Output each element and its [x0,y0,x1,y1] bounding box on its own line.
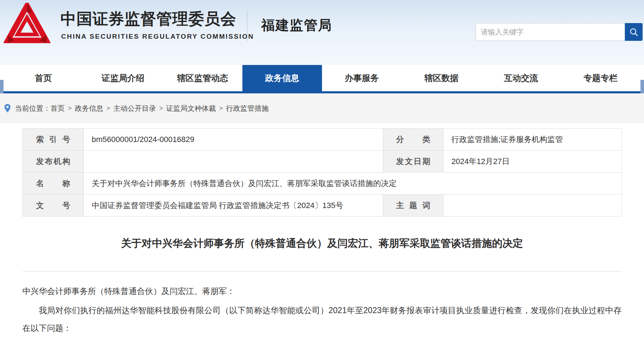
doc-number-value: 中国证券监督管理委员会福建监管局 行政监管措施决定书〔2024〕135号 [84,195,383,217]
nav-tabs: 首页 证监局介绍 辖区监管动态 政务信息 办事服务 辖区数据 互动交流 专题专栏 [4,65,640,93]
publisher-label: 发布机构 [23,151,84,173]
nav-right-edge [640,80,644,93]
header-divider [247,11,247,41]
breadcrumb-separator: > [219,105,223,112]
table-row: 名称 关于对中兴华会计师事务所（特殊普通合伙）及闫宏江、蒋朋军采取监管谈话措施的… [23,173,622,195]
nav-left-edge [0,80,4,93]
category-label: 分类 [383,129,444,151]
subject-value [444,195,622,217]
page-content: 索引号 bm56000001/2024-00016829 分类 行政监管措施;证… [0,123,644,337]
nav-tab-interaction[interactable]: 互动交流 [481,65,561,91]
issue-date-value: 2024年12月27日 [444,151,622,173]
csrc-logo-icon [4,3,50,43]
name-label: 名称 [23,173,84,195]
breadcrumb-item-doc-types[interactable]: 证监局文种体裁 [166,104,216,113]
issue-date-label: 发文日期 [383,151,444,173]
nav-tab-special-topics[interactable]: 专题专栏 [561,65,640,91]
breadcrumb-separator: > [159,105,163,112]
document-title: 关于对中兴华会计师事务所（特殊普通合伙）及闫宏江、蒋朋军采取监管谈话措施的决定 [0,236,644,251]
table-row: 发布机构 发文日期 2024年12月27日 [23,151,622,173]
index-number-value: bm56000001/2024-00016829 [84,129,383,151]
subject-label: 主题词 [383,195,444,217]
index-number-label: 索引号 [23,129,84,151]
title-divider [22,271,622,272]
search-bar [476,23,643,41]
nav-tab-bureau-intro[interactable]: 证监局介绍 [83,65,163,91]
nav-tab-services[interactable]: 办事服务 [322,65,402,91]
nav-tab-home[interactable]: 首页 [4,65,83,91]
nav-tab-regional-updates[interactable]: 辖区监管动态 [163,65,242,91]
main-nav: 首页 证监局介绍 辖区监管动态 政务信息 办事服务 辖区数据 互动交流 专题专栏 [0,65,644,93]
search-button[interactable] [625,23,643,41]
search-icon [629,27,639,37]
location-pin-icon [4,103,11,113]
nav-tab-regional-data[interactable]: 辖区数据 [402,65,481,91]
document-meta-table: 索引号 bm56000001/2024-00016829 分类 行政监管措施;证… [22,128,622,217]
nav-tab-government-info[interactable]: 政务信息 [242,65,322,93]
publisher-value [84,151,383,173]
category-value: 行政监管措施;证券服务机构监管 [444,129,622,151]
table-row: 索引号 bm56000001/2024-00016829 分类 行政监管措施;证… [23,129,622,151]
breadcrumb-item-admin-measures[interactable]: 行政监管措施 [226,104,269,113]
org-name-cn: 中国证券监督管理委员会 [60,9,236,29]
breadcrumb-item-government-info[interactable]: 政务信息 [75,104,103,113]
search-input[interactable] [476,23,626,41]
site-header: 中国证券监督管理委员会 CHINA SECURITIES REGULATORY … [0,0,644,65]
breadcrumb-item-home[interactable]: 首页 [50,104,65,113]
breadcrumb-item-open-catalog[interactable]: 主动公开目录 [113,104,156,113]
breadcrumb-label: 当前位置： [15,104,50,113]
name-value: 关于对中兴华会计师事务所（特殊普通合伙）及闫宏江、蒋朋军采取监管谈话措施的决定 [84,173,622,195]
doc-number-label: 文号 [23,195,84,217]
bureau-name: 福建监管局 [261,16,332,34]
table-row: 文号 中国证券监督管理委员会福建监管局 行政监管措施决定书〔2024〕135号 … [23,195,622,217]
document-salutation: 中兴华会计师事务所（特殊普通合伙）及闫宏江、蒋朋军： [22,286,622,296]
breadcrumb-separator: > [107,105,111,112]
document-paragraph: 我局对你们执行的福州达华智能科技股份有限公司（以下简称达华智能或公司）2021年… [22,301,622,337]
org-name-en: CHINA SECURITIES REGULATORY COMMISSION [61,33,254,40]
breadcrumb: 当前位置： 首页 > 政务信息 > 主动公开目录 > 证监局文种体裁 > 行政监… [0,93,644,123]
breadcrumb-separator: > [68,105,72,112]
